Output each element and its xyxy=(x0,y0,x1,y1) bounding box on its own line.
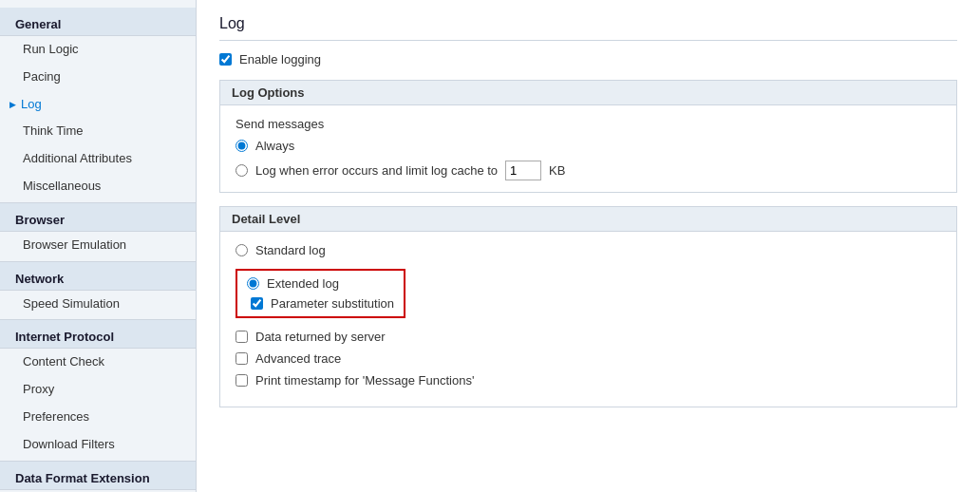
sidebar-item-think-time[interactable]: Think Time xyxy=(0,118,196,145)
sidebar-item-preferences[interactable]: Preferences xyxy=(0,404,196,431)
sidebar-item-miscellaneous[interactable]: Miscellaneous xyxy=(0,173,196,200)
advanced-trace-row: Advanced trace xyxy=(236,351,941,366)
sidebar-section-browser: Browser xyxy=(0,202,196,232)
data-returned-checkbox[interactable] xyxy=(236,331,248,343)
sidebar-item-speed-simulation[interactable]: Speed Simulation xyxy=(0,291,196,318)
main-content: Log Enable logging Log Options Send mess… xyxy=(197,0,980,492)
extended-log-radio[interactable] xyxy=(247,277,259,290)
data-returned-row: Data returned by server xyxy=(236,330,941,344)
error-radio[interactable] xyxy=(236,164,248,177)
enable-logging-checkbox[interactable] xyxy=(219,53,232,66)
sidebar: General Run Logic Pacing Log Think Time … xyxy=(0,0,197,492)
sidebar-item-content-check[interactable]: Content Check xyxy=(0,349,196,376)
timestamp-label: Print timestamp for 'Message Functions' xyxy=(255,373,474,388)
extended-log-inner: Extended log Parameter substitution xyxy=(247,276,394,311)
enable-logging-row: Enable logging xyxy=(219,52,957,66)
sidebar-section-general: General xyxy=(0,8,196,36)
extended-log-row: Extended log xyxy=(247,276,394,291)
timestamp-row: Print timestamp for 'Message Functions' xyxy=(236,373,941,388)
always-radio[interactable] xyxy=(236,140,248,152)
standard-log-label: Standard log xyxy=(255,243,326,257)
cache-value-input[interactable] xyxy=(505,161,541,180)
error-label: Log when error occurs and limit log cach… xyxy=(255,163,498,178)
sidebar-item-download-filters[interactable]: Download Filters xyxy=(0,431,196,459)
sidebar-section-data-format-extension: Data Format Extension xyxy=(0,461,196,490)
detail-level-body: Standard log Extended log Parameter subs… xyxy=(220,232,956,407)
standard-log-row: Standard log xyxy=(236,243,941,257)
sidebar-item-browser-emulation[interactable]: Browser Emulation xyxy=(0,232,196,259)
sidebar-item-pacing[interactable]: Pacing xyxy=(0,64,196,91)
data-returned-label: Data returned by server xyxy=(255,330,386,344)
send-messages-label: Send messages xyxy=(236,117,941,131)
log-options-panel: Log Options Send messages Always Log whe… xyxy=(219,80,957,193)
advanced-trace-label: Advanced trace xyxy=(255,351,341,366)
log-options-header: Log Options xyxy=(220,81,956,105)
sidebar-section-internet-protocol: Internet Protocol xyxy=(0,319,196,349)
param-sub-row: Parameter substitution xyxy=(251,296,394,311)
extended-log-box: Extended log Parameter substitution xyxy=(236,269,405,318)
sidebar-item-run-logic[interactable]: Run Logic xyxy=(0,36,196,64)
param-sub-label: Parameter substitution xyxy=(271,296,394,311)
extended-log-label: Extended log xyxy=(267,276,339,291)
enable-logging-label: Enable logging xyxy=(239,52,321,66)
sidebar-section-network: Network xyxy=(0,261,196,291)
sidebar-item-additional-attributes[interactable]: Additional Attributes xyxy=(0,145,196,173)
always-row: Always xyxy=(236,139,941,153)
timestamp-checkbox[interactable] xyxy=(236,374,248,387)
standard-log-radio[interactable] xyxy=(236,244,248,256)
sidebar-item-proxy[interactable]: Proxy xyxy=(0,376,196,404)
kb-label: KB xyxy=(549,163,565,178)
sidebar-item-log[interactable]: Log xyxy=(0,91,196,119)
log-options-body: Send messages Always Log when error occu… xyxy=(220,105,956,192)
advanced-trace-checkbox[interactable] xyxy=(236,352,248,365)
error-row: Log when error occurs and limit log cach… xyxy=(236,161,941,180)
page-title: Log xyxy=(219,15,957,41)
always-label: Always xyxy=(255,139,294,153)
param-sub-checkbox[interactable] xyxy=(251,297,263,310)
detail-level-header: Detail Level xyxy=(220,207,956,232)
detail-level-panel: Detail Level Standard log Extended log P… xyxy=(219,206,957,407)
